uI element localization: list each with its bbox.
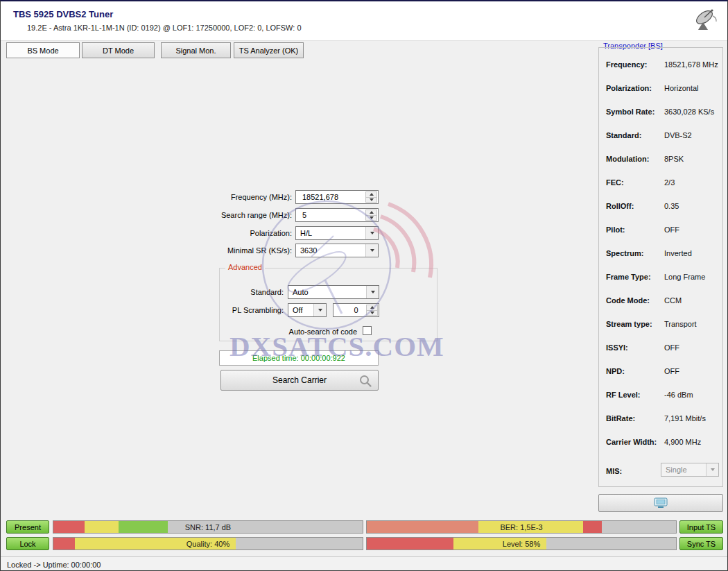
field-value: Long Frame xyxy=(664,273,705,281)
tab-bs-mode[interactable]: BS Mode xyxy=(6,42,80,58)
magnifier-icon xyxy=(358,374,372,388)
transponder-row: Stream type:Transport xyxy=(606,320,720,328)
field-value: CCM xyxy=(664,296,682,305)
level-meter-label: Level: 58% xyxy=(367,538,676,549)
field-label: RF Level: xyxy=(606,391,664,399)
elapsed-time-bar: Elapsed time: 00:00:00:922 xyxy=(219,350,379,366)
field-label: Pilot: xyxy=(606,225,664,234)
field-label: Stream type: xyxy=(606,320,664,328)
arrow-down-icon xyxy=(370,216,374,219)
tab-label: DT Mode xyxy=(103,46,134,55)
auto-search-checkbox[interactable] xyxy=(363,326,372,335)
transponder-row: FEC:2/3 xyxy=(606,178,720,187)
status-bar-text: Locked -> Uptime: 00:00:00 xyxy=(7,561,101,569)
field-value: OFF xyxy=(664,225,679,234)
transponder-row: Spectrum:Inverted xyxy=(606,249,720,257)
satellite-info-subtitle: 19.2E - Astra 1KR-1L-1M-1N (ID: 0192) @ … xyxy=(27,24,302,32)
field-value: -46 dBm xyxy=(664,391,693,399)
polarization-label: Polarization: xyxy=(188,229,292,237)
sync-ts-label: Sync TS xyxy=(687,540,716,548)
transponder-row: Standard:DVB-S2 xyxy=(606,131,720,139)
ber-meter: BER: 1,5E-3 xyxy=(366,520,677,534)
spin-down-button[interactable] xyxy=(365,198,377,203)
transponder-panel: Frequency:18521,678 MHz Polarization:Hor… xyxy=(598,47,723,487)
polarization-select[interactable]: H/L xyxy=(295,226,379,240)
tab-dt-mode[interactable]: DT Mode xyxy=(82,42,155,58)
arrow-down-icon xyxy=(370,312,374,314)
pl-code-stepper xyxy=(366,305,378,316)
transponder-row: Carrier Width:4,900 MHz xyxy=(606,438,720,446)
selected-value: Auto xyxy=(293,288,309,296)
field-label: Modulation: xyxy=(606,155,664,163)
snr-meter-label: SNR: 11,7 dB xyxy=(53,521,363,533)
elapsed-time-text: Elapsed time: 00:00:00:922 xyxy=(252,354,345,362)
minimal-sr-label: Minimal SR (KS/s): xyxy=(188,246,292,255)
present-indicator: Present xyxy=(6,520,49,534)
spin-down-button[interactable] xyxy=(365,216,377,221)
status-bar: Locked -> Uptime: 00:00:00 xyxy=(1,556,727,571)
sync-ts-indicator: Sync TS xyxy=(679,537,723,550)
frequency-stepper xyxy=(365,191,377,203)
search-carrier-label: Search Carrier xyxy=(272,375,327,385)
pl-code-input[interactable]: 0 xyxy=(333,303,379,317)
spin-down-button[interactable] xyxy=(366,311,378,316)
field-label: Code Mode: xyxy=(606,296,664,305)
field-value: 4,900 MHz xyxy=(664,438,701,446)
chevron-down-icon xyxy=(706,463,718,476)
satellite-dish-icon xyxy=(693,8,719,33)
snr-meter: SNR: 11,7 dB xyxy=(53,520,363,534)
field-label: Standard: xyxy=(606,131,664,139)
field-label: Spectrum: xyxy=(606,249,664,257)
transponder-row: Frequency:18521,678 MHz xyxy=(606,60,720,69)
transponder-row: Symbol Rate:3630,028 KS/s xyxy=(606,108,720,116)
field-value: Horizontal xyxy=(664,84,699,92)
field-label: Frame Type: xyxy=(606,273,664,281)
transponder-capture-button[interactable] xyxy=(598,494,723,512)
input-ts-label: Input TS xyxy=(687,523,716,531)
spin-up-button[interactable] xyxy=(365,210,377,216)
transponder-row: ISSYI:OFF xyxy=(606,343,720,352)
chevron-down-icon xyxy=(313,304,326,316)
field-label: RollOff: xyxy=(606,202,664,210)
chevron-down-icon xyxy=(365,227,378,239)
field-value: 18521,678 MHz xyxy=(664,60,718,69)
auto-search-label: Auto-search of code xyxy=(227,327,357,336)
field-value: 0.35 xyxy=(664,202,679,210)
frequency-input[interactable]: 18521,678 xyxy=(295,190,379,204)
field-label: Carrier Width: xyxy=(606,438,664,446)
transponder-row: NPD:OFF xyxy=(606,367,720,375)
arrow-up-icon xyxy=(370,306,374,309)
field-value: 3630,028 KS/s xyxy=(664,108,714,116)
search-range-input[interactable]: 5 xyxy=(295,208,379,222)
selected-value: 3630 xyxy=(300,246,317,255)
capture-icon xyxy=(654,497,668,509)
level-meter: Level: 58% xyxy=(366,537,677,550)
search-carrier-button[interactable]: Search Carrier xyxy=(220,370,379,391)
present-label: Present xyxy=(15,523,41,531)
tab-signal-mon[interactable]: Signal Mon. xyxy=(161,42,231,58)
field-value: 8PSK xyxy=(664,155,684,163)
frequency-value: 18521,678 xyxy=(302,193,338,201)
field-value: OFF xyxy=(664,343,679,352)
quality-meter: Quality: 40% xyxy=(53,537,363,550)
transponder-row: RollOff:0.35 xyxy=(606,202,720,210)
tab-label: Signal Mon. xyxy=(175,46,216,55)
tab-ts-analyzer[interactable]: TS Analyzer (OK) xyxy=(234,42,304,58)
standard-label: Standard: xyxy=(220,288,284,296)
spin-up-button[interactable] xyxy=(366,305,378,311)
spin-up-button[interactable] xyxy=(365,191,377,198)
transponder-row: Polarization:Horizontal xyxy=(606,84,720,92)
field-label: Symbol Rate: xyxy=(606,108,664,116)
advanced-group-title: Advanced xyxy=(225,263,265,271)
selected-value: H/L xyxy=(300,229,312,237)
standard-select[interactable]: Auto xyxy=(288,285,379,299)
field-value: 2/3 xyxy=(664,178,675,187)
field-label: NPD: xyxy=(606,367,664,375)
tab-label: TS Analyzer (OK) xyxy=(239,46,299,55)
arrow-up-icon xyxy=(370,211,374,214)
minimal-sr-select[interactable]: 3630 xyxy=(295,244,379,257)
mis-select[interactable]: Single xyxy=(661,463,719,477)
pl-scrambling-select[interactable]: Off xyxy=(288,303,327,317)
quality-meter-label: Quality: 40% xyxy=(53,538,363,549)
advanced-group: Advanced Standard: Auto PL Scrambling: O… xyxy=(219,268,437,341)
